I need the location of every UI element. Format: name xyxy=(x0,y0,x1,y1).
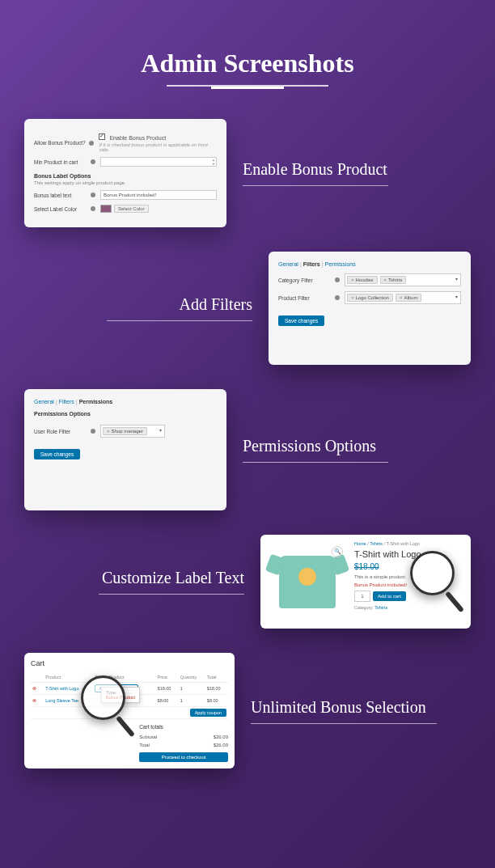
select-color-label: Select Label Color xyxy=(34,206,91,212)
help-icon[interactable] xyxy=(91,193,95,197)
cell-price: $8.00 xyxy=(156,695,179,707)
caption-underline xyxy=(107,320,252,321)
caption-permissions: Permissions Options xyxy=(243,437,376,455)
card-unlimited: Cart Product Bonus Product Price Quantit… xyxy=(24,653,235,768)
th-total: Total xyxy=(205,672,228,683)
tab-permissions[interactable]: Permissions xyxy=(325,261,356,267)
bonus-label-text-label: Bonus label text xyxy=(34,193,91,198)
bonus-label-options-sub: This settings apply on single product pa… xyxy=(34,180,217,185)
select-color-button[interactable]: Select Color xyxy=(114,205,149,213)
caption-enable: Enable Bonus Product xyxy=(243,160,387,178)
caption-unlimited: Unlimited Bonus Selection xyxy=(251,698,426,716)
cart-totals-title: Cart totals xyxy=(139,724,228,730)
bonus-label-text-input[interactable] xyxy=(100,190,217,200)
th-qty: Quantity xyxy=(179,672,205,683)
chip-logo-collection[interactable]: Logo Collection xyxy=(347,294,393,302)
caption-customize: Customize Label Text xyxy=(102,569,244,586)
min-product-label: Min Product in cart xyxy=(34,159,91,165)
card-permissions: General|Filters|Permissions Permissions … xyxy=(24,389,226,510)
row-unlimited: Cart Product Bonus Product Price Quantit… xyxy=(0,653,495,768)
category-label: Category: xyxy=(354,605,374,610)
magnifier-icon xyxy=(410,551,455,595)
enable-hint: If it is checked bonus product is applic… xyxy=(99,142,217,152)
tshirt-icon xyxy=(279,556,336,608)
remove-icon[interactable]: ⊗ xyxy=(32,686,36,691)
breadcrumb-item: T-Shirt with Logo xyxy=(387,541,420,546)
save-button[interactable]: Save changes xyxy=(34,449,80,459)
page-title: Admin Screenshots xyxy=(0,0,495,85)
min-product-input[interactable] xyxy=(100,157,217,167)
remove-icon[interactable]: ⊗ xyxy=(32,698,36,703)
card-customize: 🔍 Home / Tshirts / T-Shirt with Logo T-S… xyxy=(260,535,471,629)
enable-checkbox[interactable] xyxy=(99,133,105,140)
user-role-select[interactable]: Shop manager xyxy=(100,425,165,438)
product-filter-select[interactable]: Logo Collection Album xyxy=(345,291,461,304)
caption-underline xyxy=(99,594,244,595)
row-permissions: General|Filters|Permissions Permissions … xyxy=(0,389,495,510)
breadcrumb: Home / Tshirts / T-Shirt with Logo xyxy=(354,541,464,546)
allow-label: Allow Bonus Product? xyxy=(34,140,89,146)
tab-general[interactable]: General xyxy=(278,261,298,267)
apply-coupon-button[interactable]: Apply coupon xyxy=(190,709,226,717)
help-icon[interactable] xyxy=(91,429,95,434)
cart-title: Cart xyxy=(31,659,228,667)
qty-input[interactable]: 1 xyxy=(354,591,370,602)
save-button[interactable]: Save changes xyxy=(278,315,324,326)
category-filter-select[interactable]: Hoodies Tshirts xyxy=(345,273,461,286)
total-label: Total xyxy=(139,743,150,747)
tab-general[interactable]: General xyxy=(34,399,54,404)
help-icon[interactable] xyxy=(335,277,340,282)
help-icon[interactable] xyxy=(89,141,94,146)
enable-checkbox-label: Enable Bonus Product xyxy=(109,135,166,141)
chip-album[interactable]: Album xyxy=(396,294,422,302)
cell-price: $18.00 xyxy=(156,683,179,695)
magnifier-icon xyxy=(81,675,125,720)
chip-shop-manager[interactable]: Shop manager xyxy=(103,427,147,435)
breadcrumb-home[interactable]: Home xyxy=(354,541,366,546)
card-enable: Allow Bonus Product? Enable Bonus Produc… xyxy=(24,119,226,227)
caption-underline xyxy=(243,462,388,463)
cell-qty[interactable]: 1 xyxy=(179,683,205,695)
cell-total: $18.00 xyxy=(205,683,228,695)
card-filters: General|Filters|Permissions Category Fil… xyxy=(269,252,471,365)
add-to-cart-button[interactable]: Add to cart xyxy=(373,591,406,601)
tab-filters[interactable]: Filters xyxy=(59,399,74,404)
product-image: 🔍 xyxy=(267,541,348,622)
color-swatch[interactable] xyxy=(100,205,112,213)
cell-qty[interactable]: 1 xyxy=(179,695,205,707)
chip-hoodies[interactable]: Hoodies xyxy=(347,276,378,284)
cell-total: $8.00 xyxy=(205,695,228,707)
category-filter-label: Category Filter xyxy=(278,277,335,283)
chip-tshirts[interactable]: Tshirts xyxy=(380,276,407,284)
product-filter-label: Product Filter xyxy=(278,295,335,301)
help-icon[interactable] xyxy=(91,159,95,164)
tab-filters[interactable]: Filters xyxy=(303,261,320,267)
category-link[interactable]: Tshirts xyxy=(374,605,387,610)
checkout-button[interactable]: Proceed to checkout xyxy=(139,752,228,762)
th-product: Product xyxy=(44,672,93,683)
subtotal-label: Subtotal xyxy=(139,735,157,739)
title-underline xyxy=(167,85,328,87)
permissions-head: Permissions Options xyxy=(34,411,217,417)
help-icon[interactable] xyxy=(335,295,340,300)
row-customize: 🔍 Home / Tshirts / T-Shirt with Logo T-S… xyxy=(0,535,495,629)
total-value: $26.00 xyxy=(214,743,228,747)
breadcrumb-cat[interactable]: Tshirts xyxy=(370,541,383,546)
user-role-label: User Role Filter xyxy=(34,429,91,434)
row-enable: Allow Bonus Product? Enable Bonus Produc… xyxy=(0,119,495,227)
help-icon[interactable] xyxy=(91,206,95,211)
bonus-label-options-head: Bonus Label Options xyxy=(34,173,217,179)
row-filters: General|Filters|Permissions Category Fil… xyxy=(0,252,495,365)
th-price: Price xyxy=(156,672,179,683)
tab-permissions[interactable]: Permissions xyxy=(79,399,113,404)
caption-filters: Add Filters xyxy=(179,295,252,313)
subtotal-value: $26.00 xyxy=(214,735,228,739)
caption-underline xyxy=(251,723,437,724)
caption-underline xyxy=(243,185,388,186)
zoom-icon[interactable]: 🔍 xyxy=(332,546,343,557)
